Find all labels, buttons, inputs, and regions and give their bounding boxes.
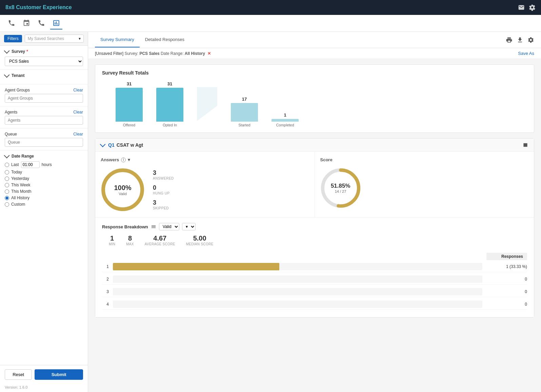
queue-clear-button[interactable]: Clear [73,132,83,137]
bar-offered-bar [116,88,143,122]
sidebar: Filters My Saved Searches ▾ Survey* PCS … [0,32,88,392]
version-text: Version: 1.6.0 [0,384,88,392]
date-thismonth-radio[interactable] [5,189,9,194]
survey-section-title[interactable]: Survey* [5,49,83,54]
content-header-icons [506,37,534,43]
filters-button[interactable]: Filters [4,35,22,42]
content-tabs: Survey Summary Detailed Responses [95,32,190,47]
bar-offered-value: 31 [127,81,132,86]
nav-tab-tree[interactable] [20,17,33,29]
nav-tab-call[interactable] [35,17,47,29]
stat-hungup-value: 0 [153,184,174,191]
donut-stats: 3 ANSWERED 0 HUNG UP 3 SKIPPED [153,169,174,210]
date-hours-input[interactable] [21,161,40,168]
agents-section: Agents Clear [0,106,88,128]
agent-groups-section: Agent Groups Clear [0,84,88,106]
save-as-button[interactable]: Save As [518,51,534,56]
donut-sub: Valid [114,192,131,196]
top-bar-icons [518,4,536,11]
filter-date-prefix: Date Range: [161,51,185,56]
queue-label-row: Queue Clear [5,132,83,137]
response-breakdown-card: Response Breakdown Valid ▾ 1 MIN [95,217,534,317]
app-title-suffix: Customer Experience [15,4,72,10]
response-count-4: 0 [486,302,527,307]
nav-tab-phone[interactable] [5,17,18,29]
breakdown-dropdown[interactable]: Valid [159,223,179,230]
response-bar-fill-1 [113,263,279,270]
response-row-2: 2 0 [102,274,527,285]
response-table: Responses 1 1 (33.33 %) 2 [102,251,527,310]
date-today-radio[interactable] [5,170,9,174]
q1-header: Q1 CSAT w Agt [95,139,534,152]
date-last-radio[interactable] [5,163,9,167]
answers-panel: Answers i ▾ 100% [95,152,315,217]
download-icon[interactable] [517,37,523,43]
breakdown-settings-icon[interactable] [151,224,156,229]
response-num-4: 4 [102,302,109,307]
date-allhistory-radio[interactable] [5,196,9,200]
bar-optedin-value: 31 [167,81,172,86]
date-thisweek-row: This Week [5,183,83,187]
print-icon[interactable] [506,37,513,43]
submit-button[interactable]: Submit [35,369,83,380]
nav-tab-analytics[interactable] [50,17,62,29]
date-yesterday-radio[interactable] [5,177,9,181]
response-bar-wrap-4 [113,301,482,308]
agent-groups-label: Agent Groups [5,88,30,92]
stat-hungup: 0 HUNG UP [153,184,174,195]
info-icon[interactable]: i [121,158,126,162]
date-thisweek-radio[interactable] [5,183,9,187]
filter-info-bar: [Unsaved Filter] Survey: PCS Sales Date … [88,48,541,59]
donut-pct: 100% [114,184,131,192]
settings-icon[interactable] [529,4,536,11]
mail-icon[interactable] [518,4,525,11]
chevron-q1-icon[interactable] [100,142,106,147]
survey-section: Survey* PCS Sales [0,46,88,70]
tenant-section-title[interactable]: Tenant [5,73,83,78]
tenant-section: Tenant [0,70,88,84]
reset-button[interactable]: Reset [5,369,32,380]
breakdown-title: Response Breakdown [102,224,148,229]
response-num-1: 1 [102,264,109,269]
gear-icon[interactable] [527,37,534,43]
breakdown-second-dropdown[interactable]: ▾ [182,223,196,230]
tab-survey-summary[interactable]: Survey Summary [95,32,140,47]
breakdown-header: Response Breakdown Valid ▾ [102,223,527,230]
stat-min: 1 MIN [109,234,115,246]
date-custom-radio[interactable] [5,202,9,207]
filter-clear-button[interactable]: ✕ [207,51,211,56]
response-row-3: 3 0 [102,287,527,297]
response-count-2: 0 [486,277,527,282]
date-range-title[interactable]: Date Range [5,154,83,159]
survey-select[interactable]: PCS Sales [5,57,83,66]
agent-groups-clear-button[interactable]: Clear [73,88,83,92]
date-thisweek-label: This Week [11,183,30,187]
answers-dropdown-icon[interactable]: ▾ [128,157,130,162]
response-bar-wrap-3 [113,288,482,295]
queue-input[interactable] [5,138,83,147]
stat-answered: 3 ANSWERED [153,169,174,180]
score-donut: 51.85% 14 / 27 [320,168,361,208]
bar-chart-icon[interactable] [522,142,528,148]
agents-clear-button[interactable]: Clear [73,110,83,115]
saved-searches-dropdown[interactable]: My Saved Searches ▾ [25,35,84,43]
date-thismonth-row: This Month [5,189,83,194]
agents-input[interactable] [5,116,83,125]
app-title: 8x8 Customer Experience [5,4,72,11]
chevron-date-icon [4,153,10,159]
date-range-section: Date Range Last hours Today Yesterday Th… [0,150,88,212]
date-yesterday-row: Yesterday [5,176,83,181]
sidebar-footer: Reset Submit [0,365,88,384]
survey-result-totals-card: Survey Result Totals 31 Offered 31 Opted… [95,64,534,133]
stat-skipped-value: 3 [153,199,174,206]
tab-detailed-responses[interactable]: Detailed Responses [140,32,190,47]
bar-completed-value: 1 [284,112,286,118]
date-thismonth-label: This Month [11,189,31,194]
agents-label: Agents [5,110,17,115]
response-count-1: 1 (33.33 %) [486,264,527,269]
donut-area: 100% Valid 3 ANSWERED 0 [101,168,309,212]
stat-avg-label: AVERAGE SCORE [145,242,175,246]
score-donut-area: 51.85% 14 / 27 [320,168,529,208]
agents-label-row: Agents Clear [5,110,83,115]
agent-groups-input[interactable] [5,94,83,103]
